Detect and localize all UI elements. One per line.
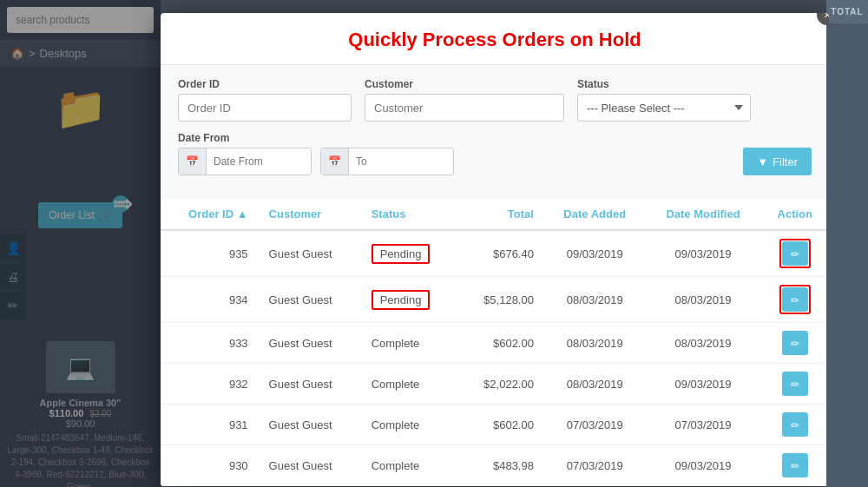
order-id-group: Order ID	[178, 78, 352, 122]
date-row: 📅 📅	[178, 148, 454, 175]
cell-status: Complete	[361, 405, 458, 445]
status-group: Status --- Please Select ---	[577, 78, 751, 122]
pencil-icon	[791, 337, 799, 350]
date-to-input[interactable]	[349, 150, 453, 173]
status-badge-complete: Complete	[372, 418, 420, 431]
date-to-wrapper: 📅	[320, 148, 454, 175]
cell-action	[760, 405, 829, 445]
cell-customer: Guest Guest	[259, 230, 361, 277]
cell-date-added: 09/03/2019	[544, 230, 646, 277]
pencil-icon	[791, 378, 799, 391]
cell-order-id: 933	[161, 323, 259, 364]
table-row: 933 Guest Guest Complete $602.00 08/03/2…	[161, 323, 829, 364]
edit-button[interactable]	[782, 287, 808, 312]
cell-total: $676.40	[457, 230, 544, 277]
cell-date-modified: 08/03/2019	[646, 323, 761, 364]
modal-body: Order ID Customer Status --- Please Sele…	[161, 65, 829, 199]
cell-order-id: 930	[161, 445, 259, 486]
cell-customer: Guest Guest	[259, 405, 361, 445]
edit-button[interactable]	[782, 412, 808, 437]
cell-customer: Guest Guest	[259, 277, 361, 323]
cell-date-added: 07/03/2019	[544, 405, 646, 445]
cell-date-modified: 07/03/2019	[646, 405, 761, 445]
cell-order-id: 934	[161, 277, 259, 323]
cell-action	[760, 230, 829, 277]
date-to-calendar-button[interactable]: 📅	[321, 148, 349, 175]
orders-table-container: Order ID ▲ Customer Status Total Date Ad…	[161, 199, 829, 486]
cell-status: Pending	[361, 277, 458, 323]
table-row: 931 Guest Guest Complete $602.00 07/03/2…	[161, 405, 829, 445]
status-label: Status	[577, 78, 751, 90]
action-btn-pending-wrapper	[779, 285, 811, 314]
modal: × Quickly Process Orders on Hold Order I…	[161, 13, 829, 486]
action-btn-wrapper	[782, 331, 808, 355]
edit-button[interactable]	[782, 372, 808, 396]
date-from-group: Date From 📅 📅	[178, 132, 454, 175]
cell-date-added: 08/03/2019	[544, 364, 646, 405]
pencil-icon	[791, 418, 799, 431]
order-id-input[interactable]	[178, 94, 352, 122]
action-btn-wrapper	[782, 412, 808, 437]
cell-date-added: 08/03/2019	[544, 323, 646, 364]
cell-total: $602.00	[457, 405, 544, 445]
status-badge-complete: Complete	[372, 337, 420, 350]
status-badge-pending: Pending	[372, 244, 431, 264]
cell-date-modified: 09/03/2019	[646, 364, 761, 405]
date-from-calendar-button[interactable]: 📅	[179, 148, 207, 175]
cell-status: Complete	[361, 323, 458, 364]
col-customer[interactable]: Customer	[259, 199, 361, 230]
action-btn-wrapper	[782, 372, 808, 396]
filter-icon: ▼	[757, 155, 768, 168]
cell-order-id: 935	[161, 230, 259, 277]
edit-button[interactable]	[782, 331, 808, 355]
cell-date-added: 07/03/2019	[544, 445, 646, 486]
cell-date-added: 08/03/2019	[544, 277, 646, 323]
cell-date-modified: 09/03/2019	[646, 445, 761, 486]
cell-total: $602.00	[457, 323, 544, 364]
action-btn-pending-wrapper	[779, 239, 811, 268]
cell-total: $483.98	[457, 445, 544, 486]
order-id-label: Order ID	[178, 78, 352, 90]
edit-button[interactable]	[782, 241, 808, 266]
table-header-row: Order ID ▲ Customer Status Total Date Ad…	[161, 199, 829, 230]
total-label: TOTAL	[826, 0, 868, 23]
status-badge-complete: Complete	[372, 378, 420, 391]
filter-button[interactable]: ▼ Filter	[743, 148, 812, 175]
edit-button[interactable]	[782, 453, 808, 477]
status-badge-pending: Pending	[372, 290, 431, 310]
table-row: 934 Guest Guest Pending $5,128.00 08/03/…	[161, 277, 829, 323]
cell-action	[760, 364, 829, 405]
pencil-icon	[791, 247, 799, 260]
col-status[interactable]: Status	[361, 199, 458, 230]
date-from-input[interactable]	[207, 150, 311, 173]
cell-status: Complete	[361, 445, 458, 486]
cell-status: Complete	[361, 364, 458, 405]
cell-action	[760, 445, 829, 486]
col-order-id[interactable]: Order ID ▲	[161, 199, 259, 230]
status-select[interactable]: --- Please Select ---	[577, 94, 751, 122]
customer-input[interactable]	[365, 94, 564, 122]
table-row: 930 Guest Guest Complete $483.98 07/03/2…	[161, 445, 829, 486]
date-from-wrapper: 📅	[178, 148, 312, 175]
col-date-modified[interactable]: Date Modified	[646, 199, 761, 230]
pencil-icon	[791, 293, 799, 306]
date-from-label: Date From	[178, 132, 454, 144]
right-column: TOTAL	[826, 0, 868, 487]
status-badge-complete: Complete	[372, 459, 420, 472]
cell-status: Pending	[361, 230, 458, 277]
cell-action	[760, 323, 829, 364]
cell-total: $2,022.00	[457, 364, 544, 405]
filter-row-2: Date From 📅 📅 ▼ Filter	[178, 132, 812, 175]
modal-title: Quickly Process Orders on Hold	[178, 29, 812, 51]
col-total[interactable]: Total	[457, 199, 544, 230]
cell-date-modified: 09/03/2019	[646, 230, 761, 277]
filter-row-1: Order ID Customer Status --- Please Sele…	[178, 78, 812, 122]
table-row: 935 Guest Guest Pending $676.40 09/03/20…	[161, 230, 829, 277]
cell-customer: Guest Guest	[259, 323, 361, 364]
cell-order-id: 931	[161, 405, 259, 445]
cell-customer: Guest Guest	[259, 364, 361, 405]
customer-label: Customer	[365, 78, 564, 90]
action-btn-wrapper	[782, 453, 808, 477]
col-date-added[interactable]: Date Added	[544, 199, 646, 230]
customer-group: Customer	[365, 78, 564, 122]
